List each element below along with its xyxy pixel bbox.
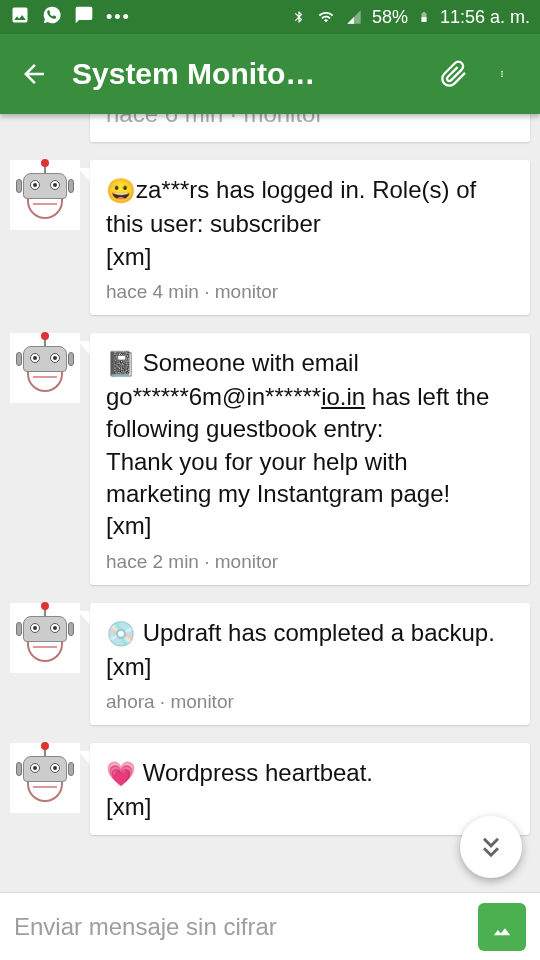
picture-icon (488, 913, 516, 941)
message-text: 😀za***rs has logged in. Role(s) of this … (106, 174, 514, 273)
sender-avatar[interactable] (10, 333, 80, 403)
cd-emoji-icon: 💿 (106, 620, 136, 647)
overflow-menu-button[interactable] (478, 60, 526, 88)
robot-avatar-icon (15, 165, 75, 225)
signal-icon (346, 9, 362, 25)
battery-percent: 58% (372, 7, 408, 28)
message-bubble[interactable]: hace 6 min · monitor (90, 114, 530, 142)
gallery-icon (10, 5, 30, 30)
status-left-icons: ••• (10, 5, 131, 30)
message-row: 💗 Wordpress heartbeat.[xm] (10, 743, 530, 835)
attach-image-button[interactable] (478, 903, 526, 951)
robot-avatar-icon (15, 748, 75, 808)
message-row: 😀za***rs has logged in. Role(s) of this … (10, 160, 530, 315)
attach-button[interactable] (430, 58, 478, 90)
heart-emoji-icon: 💗 (106, 761, 136, 788)
messages-list[interactable]: hace 6 min · monitor 😀za***rs has logged… (0, 114, 540, 892)
sender-avatar[interactable] (10, 160, 80, 230)
chevron-double-down-icon (477, 833, 505, 861)
app-bar: System Monito… (0, 34, 540, 114)
chat-title[interactable]: System Monito… (72, 57, 430, 91)
message-meta: hace 4 min · monitor (106, 281, 514, 303)
message-icon (74, 5, 94, 30)
sender-avatar[interactable] (10, 603, 80, 673)
status-bar: ••• 58% 11:56 a. m. (0, 0, 540, 34)
message-input[interactable] (14, 913, 478, 941)
message-bubble[interactable]: 📓 Someone with email go******6m@in******… (90, 333, 530, 585)
message-row: hace 6 min · monitor (10, 114, 530, 142)
message-row: 📓 Someone with email go******6m@in******… (10, 333, 530, 585)
battery-icon (418, 8, 430, 26)
message-meta: ahora · monitor (106, 691, 514, 713)
wifi-icon (316, 9, 336, 25)
message-bubble[interactable]: 💿 Updraft has completed a backup.[xm] ah… (90, 603, 530, 725)
message-text: 💿 Updraft has completed a backup.[xm] (106, 617, 514, 683)
message-text: 📓 Someone with email go******6m@in******… (106, 347, 514, 543)
compose-bar (0, 892, 540, 960)
message-row: 💿 Updraft has completed a backup.[xm] ah… (10, 603, 530, 725)
message-bubble[interactable]: 😀za***rs has logged in. Role(s) of this … (90, 160, 530, 315)
sender-avatar[interactable] (10, 743, 80, 813)
scroll-to-bottom-button[interactable] (460, 816, 522, 878)
robot-avatar-icon (15, 338, 75, 398)
message-bubble[interactable]: 💗 Wordpress heartbeat.[xm] (90, 743, 530, 835)
clock-time: 11:56 a. m. (440, 7, 530, 28)
back-button[interactable] (14, 59, 54, 89)
message-meta: hace 2 min · monitor (106, 551, 514, 573)
more-notifications-icon: ••• (106, 7, 131, 28)
svg-point-0 (501, 71, 503, 73)
notebook-emoji-icon: 📓 (106, 350, 136, 377)
svg-point-2 (501, 76, 503, 78)
emoji-icon: 😀 (106, 178, 136, 205)
robot-avatar-icon (15, 608, 75, 668)
svg-point-1 (501, 73, 503, 75)
bluetooth-icon (292, 8, 306, 26)
status-right-icons: 58% 11:56 a. m. (292, 7, 530, 28)
message-meta: hace 6 min · monitor (106, 114, 514, 130)
whatsapp-icon (42, 5, 62, 30)
message-text: 💗 Wordpress heartbeat.[xm] (106, 757, 514, 823)
